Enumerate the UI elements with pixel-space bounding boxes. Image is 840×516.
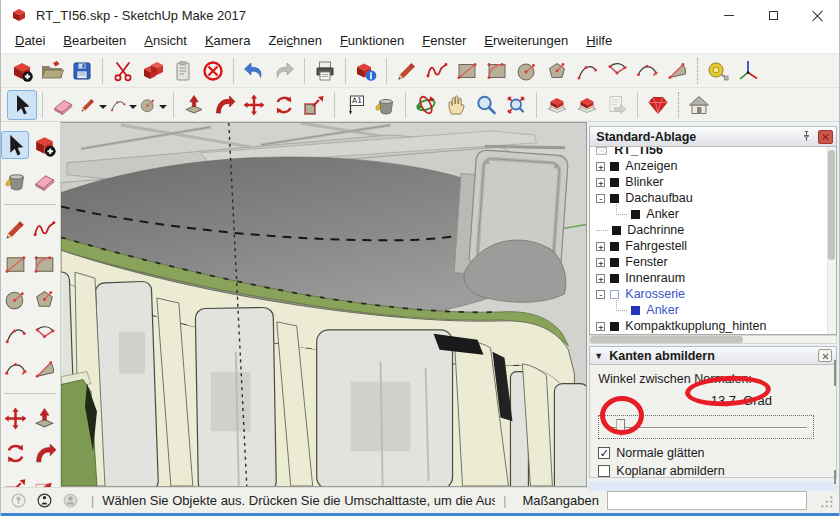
select-tool-button[interactable] bbox=[1, 131, 29, 159]
tray-close-button[interactable] bbox=[818, 130, 833, 144]
extension-warehouse-button[interactable] bbox=[643, 90, 673, 120]
dropdown-arrow-icon[interactable] bbox=[99, 105, 107, 113]
tree-item-anker[interactable]: Anker bbox=[594, 302, 836, 318]
tree-vertical-scrollbar[interactable] bbox=[827, 147, 836, 334]
tree-item-fahrgestell[interactable]: +Fahrgestell bbox=[594, 238, 836, 254]
rectangle-tool-button[interactable] bbox=[452, 56, 482, 86]
three-point-arc-tool-button[interactable] bbox=[632, 56, 662, 86]
collapse-triangle-icon[interactable]: ▼ bbox=[594, 351, 603, 361]
cut-button[interactable] bbox=[108, 56, 138, 86]
tree-item-fenster[interactable]: +Fenster bbox=[594, 254, 836, 270]
filled-pie-tool-button[interactable] bbox=[30, 355, 58, 383]
rotate-tool-button[interactable] bbox=[1, 439, 29, 467]
minimize-button[interactable] bbox=[707, 0, 751, 30]
print-button[interactable] bbox=[310, 56, 340, 86]
polygon-tool-button[interactable] bbox=[30, 285, 58, 313]
tree-expander-kompaktkupplung-hinten[interactable]: + bbox=[596, 322, 605, 331]
axes-tool-button[interactable] bbox=[733, 56, 763, 86]
redo-button[interactable] bbox=[269, 56, 299, 86]
eraser-tool-button[interactable] bbox=[30, 166, 58, 194]
menu-item-kamera[interactable]: Kamera bbox=[196, 31, 260, 52]
paste-button[interactable] bbox=[168, 56, 198, 86]
text-tool-button[interactable] bbox=[340, 90, 370, 120]
pin-button[interactable] bbox=[798, 129, 814, 145]
angle-slider-handle[interactable] bbox=[616, 419, 625, 436]
move-tool-button[interactable] bbox=[1, 404, 29, 432]
tree-item-rt-ti56[interactable]: RT_TI56 bbox=[594, 147, 836, 158]
save-button[interactable] bbox=[67, 56, 97, 86]
rectangle-tool-button[interactable] bbox=[1, 250, 29, 278]
push-pull-tool-button[interactable] bbox=[30, 404, 58, 432]
tree-item-anker[interactable]: Anker bbox=[594, 206, 836, 222]
orbit-tool-button[interactable] bbox=[411, 90, 441, 120]
circle-tool-button[interactable] bbox=[512, 56, 542, 86]
menu-item-zeichnen[interactable]: Zeichnen bbox=[259, 31, 330, 52]
polygon-tool-button[interactable] bbox=[542, 56, 572, 86]
copy-button[interactable] bbox=[138, 56, 168, 86]
tree-item-innenraum[interactable]: +Innenraum bbox=[594, 270, 836, 286]
smooth-normals-row[interactable]: Normale glätten bbox=[598, 446, 828, 460]
open-button[interactable] bbox=[37, 56, 67, 86]
resize-grip[interactable] bbox=[819, 494, 833, 508]
tray-header[interactable]: Standard-Ablage bbox=[589, 126, 837, 147]
select-tool-button[interactable] bbox=[7, 90, 37, 120]
model-info-button[interactable] bbox=[351, 56, 381, 86]
viewport-canvas[interactable] bbox=[61, 122, 587, 487]
angle-slider[interactable] bbox=[598, 415, 814, 439]
zoom-tool-button[interactable] bbox=[471, 90, 501, 120]
tree-item-dachrinne[interactable]: Dachrinne bbox=[594, 222, 836, 238]
filled-pie-tool-button[interactable] bbox=[662, 56, 692, 86]
circle-tool-button[interactable] bbox=[1, 285, 29, 313]
menu-item-bearbeiten[interactable]: Bearbeiten bbox=[54, 31, 135, 52]
tree-expander-fahrgestell[interactable]: + bbox=[596, 242, 605, 251]
make-component-button[interactable] bbox=[30, 131, 58, 159]
tree-expander-blinker[interactable]: + bbox=[596, 178, 605, 187]
geolocation-icon[interactable] bbox=[5, 492, 31, 509]
arc-tool-dropdown[interactable] bbox=[108, 90, 138, 120]
tape-measure-button[interactable] bbox=[703, 56, 733, 86]
pie-tool-button[interactable] bbox=[30, 320, 58, 348]
export-button[interactable] bbox=[602, 90, 632, 120]
share-model-button[interactable] bbox=[542, 90, 572, 120]
soften-edges-header[interactable]: ▼ Kanten abmildern bbox=[589, 346, 837, 365]
paint-bucket-button[interactable] bbox=[1, 166, 29, 194]
menu-item-hilfe[interactable]: Hilfe bbox=[577, 31, 621, 52]
tree-item-kompaktkupplung-hinten[interactable]: +Kompaktkupplung_hinten bbox=[594, 318, 836, 334]
freehand-tool-button[interactable] bbox=[422, 56, 452, 86]
credits-icon[interactable] bbox=[31, 492, 57, 509]
scale-tool-button[interactable] bbox=[299, 90, 329, 120]
tree-expander-fenster[interactable]: + bbox=[596, 258, 605, 267]
soften-edges-close-button[interactable] bbox=[818, 349, 832, 362]
soften-coplanar-row[interactable]: Koplanar abmildern bbox=[598, 464, 828, 478]
dropdown-arrow-icon[interactable] bbox=[129, 105, 137, 113]
tree-item-blinker[interactable]: +Blinker bbox=[594, 174, 836, 190]
eraser-tool-button[interactable] bbox=[48, 90, 78, 120]
angle-slider-track[interactable] bbox=[605, 427, 807, 429]
tree-item-karosserie[interactable]: -Karosserie bbox=[594, 286, 836, 302]
line-tool-button[interactable] bbox=[392, 56, 422, 86]
offset-tool-button[interactable] bbox=[30, 474, 58, 487]
share-component-button[interactable] bbox=[572, 90, 602, 120]
circle-tool-dropdown[interactable] bbox=[138, 90, 168, 120]
smooth-normals-checkbox[interactable] bbox=[598, 447, 610, 459]
move-tool-button[interactable] bbox=[239, 90, 269, 120]
get-models-button[interactable] bbox=[684, 90, 714, 120]
line-tool-dropdown[interactable] bbox=[78, 90, 108, 120]
tree-expander-anzeigen[interactable]: + bbox=[596, 162, 605, 171]
new-button[interactable] bbox=[7, 56, 37, 86]
measurements-input[interactable] bbox=[607, 491, 807, 510]
signin-avatar-icon[interactable] bbox=[57, 492, 83, 509]
menu-item-erweiterungen[interactable]: Erweiterungen bbox=[475, 31, 577, 52]
soften-coplanar-checkbox[interactable] bbox=[598, 465, 610, 477]
rotated-rectangle-tool-button[interactable] bbox=[482, 56, 512, 86]
zoom-extents-button[interactable] bbox=[501, 90, 531, 120]
tree-expander-karosserie[interactable]: - bbox=[596, 290, 605, 299]
close-button[interactable] bbox=[795, 0, 839, 30]
tree-item-dachaufbau[interactable]: -Dachaufbau bbox=[594, 190, 836, 206]
menu-item-datei[interactable]: Datei bbox=[6, 31, 54, 52]
paint-bucket-button[interactable] bbox=[370, 90, 400, 120]
dropdown-arrow-icon[interactable] bbox=[159, 105, 167, 113]
tree-expander-dachaufbau[interactable]: - bbox=[596, 194, 605, 203]
push-pull-tool-button[interactable] bbox=[179, 90, 209, 120]
rotated-rectangle-tool-button[interactable] bbox=[30, 250, 58, 278]
